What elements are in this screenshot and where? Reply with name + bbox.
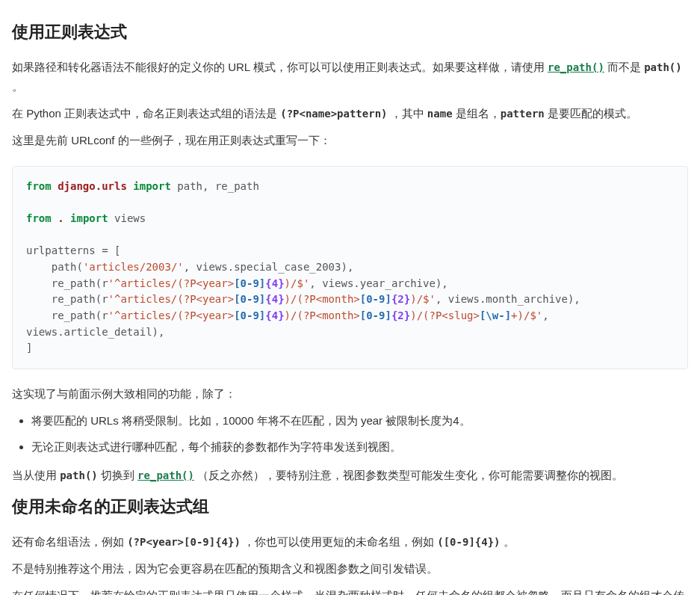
intro-paragraph-1: 如果路径和转化器语法不能很好的定义你的 URL 模式，你可以可以使用正则表达式。… — [12, 58, 688, 97]
regex-class: [0-9] — [360, 309, 391, 321]
text: （反之亦然），要特别注意，视图参数类型可能发生变化，你可能需要调整你的视图。 — [194, 469, 623, 481]
regex-string: '^articles/(?P<year> — [108, 309, 235, 321]
differences-list: 将要匹配的 URLs 将稍受限制。比如，10000 年将不在匹配，因为 year… — [12, 411, 688, 457]
regex-string: +)/$' — [511, 309, 542, 321]
intro-paragraph-2: 在 Python 正则表达式中，命名正则表达式组的语法是 (?P<name>pa… — [12, 104, 688, 123]
regex-string: )/(?P<month> — [285, 293, 360, 305]
import-names: views — [108, 212, 146, 224]
text: 还有命名组语法，例如 — [12, 535, 127, 548]
switch-note-paragraph: 当从使用 path() 切换到 re_path() （反之亦然），要特别注意，视… — [12, 466, 688, 485]
pattern-code: pattern — [501, 108, 545, 120]
kw-import: import — [70, 212, 108, 224]
code-text: views.article_detail), — [26, 326, 164, 338]
text: ，你也可以使用更短的未命名组，例如 — [241, 535, 437, 548]
re-path-link[interactable]: re_path() — [548, 61, 604, 73]
unnamed-paragraph-2: 不是特别推荐这个用法，因为它会更容易在匹配的预期含义和视图参数之间引发错误。 — [12, 559, 688, 579]
section-heading-unnamed: 使用未命名的正则表达式组 — [12, 493, 688, 522]
code-text: ] — [26, 342, 32, 354]
intro-paragraph-3: 这里是先前 URLconf 的一些例子，现在用正则表达式重写一下： — [12, 131, 688, 150]
regex-quantifier: {4} — [265, 277, 284, 289]
regex-quantifier: {4} — [265, 293, 284, 305]
code-text: , views.month_archive), — [436, 293, 580, 305]
regex-quantifier: {4} — [265, 309, 284, 321]
module-dot: . — [58, 212, 64, 224]
regex-string: )/(?P<slug> — [410, 309, 480, 321]
regex-class: [0-9] — [360, 293, 391, 305]
regex-string: '^articles/(?P<year> — [108, 293, 235, 305]
regex-string: )/(?P<month> — [285, 309, 360, 321]
kw-from: from — [26, 180, 52, 192]
code-text: re_path(r — [26, 293, 108, 305]
code-text: re_path(r — [26, 277, 108, 289]
re-path-link[interactable]: re_path() — [137, 469, 194, 481]
text: ，其中 — [388, 107, 427, 120]
module-name: django.urls — [58, 180, 127, 192]
code-text: , views.year_archive), — [309, 277, 447, 289]
text: 。 — [501, 535, 515, 548]
unnamed-paragraph-3: 在任何情况下，推荐在给定的正则表达式里只使用一个样式。当混杂两种样式时，任何未命… — [12, 586, 688, 595]
list-item: 无论正则表达式进行哪种匹配，每个捕获的参数都作为字符串发送到视图。 — [31, 437, 688, 457]
name-code: name — [427, 108, 453, 120]
string-literal: 'articles/2003/' — [83, 261, 184, 273]
regex-quantifier: {2} — [391, 309, 410, 321]
regex-class: [0-9] — [234, 293, 265, 305]
unnamed-paragraph-1: 还有命名组语法，例如 (?P<year>[0-9]{4}) ，你也可以使用更短的… — [12, 532, 688, 552]
regex-class: [\w-] — [480, 309, 511, 321]
code-text: , views.special_case_2003), — [184, 261, 354, 273]
text: 在 Python 正则表达式中，命名正则表达式组的语法是 — [12, 107, 280, 120]
regex-string: )/$' — [410, 293, 436, 305]
after-code-intro: 这实现了与前面示例大致相同的功能，除了： — [12, 384, 688, 404]
code-text: path( — [26, 261, 83, 273]
regex-string: )/$' — [285, 277, 310, 289]
regex-class: [0-9] — [234, 277, 265, 289]
kw-import: import — [133, 180, 171, 192]
regex-string: '^articles/(?P<year> — [108, 277, 235, 289]
named-group-example-code: (?P<year>[0-9]{4}) — [127, 536, 241, 548]
code-text: , — [542, 309, 555, 321]
text: 如果路径和转化器语法不能很好的定义你的 URL 模式，你可以可以使用正则表达式。… — [12, 61, 548, 73]
named-group-syntax-code: (?P<name>pattern) — [280, 108, 387, 120]
text: 。 — [12, 80, 23, 93]
kw-from: from — [26, 212, 52, 224]
text: 而不是 — [604, 61, 644, 73]
regex-class: [0-9] — [234, 309, 265, 321]
text: 当从使用 — [12, 469, 60, 481]
code-text: urlpatterns = [ — [26, 244, 120, 256]
code-block: from django.urls import path, re_path fr… — [12, 166, 688, 370]
path-code: path() — [644, 61, 682, 73]
text: 是要匹配的模式。 — [545, 107, 637, 120]
unnamed-group-example-code: ([0-9]{4}) — [437, 536, 500, 548]
import-names: path, re_path — [171, 180, 259, 192]
path-code: path() — [60, 469, 98, 481]
list-item: 将要匹配的 URLs 将稍受限制。比如，10000 年将不在匹配，因为 year… — [31, 411, 688, 431]
text: 是组名， — [453, 107, 501, 120]
section-heading-regex: 使用正则表达式 — [12, 18, 688, 47]
regex-quantifier: {2} — [391, 293, 410, 305]
code-text: re_path(r — [26, 309, 108, 321]
text: 切换到 — [98, 469, 137, 481]
